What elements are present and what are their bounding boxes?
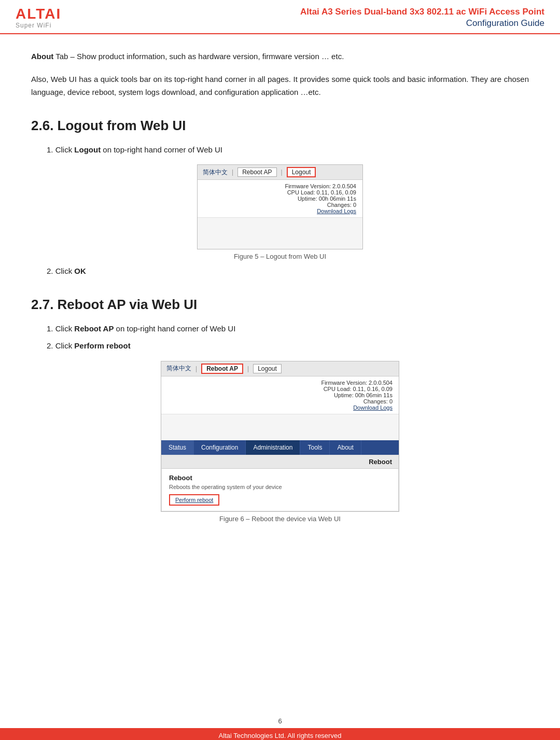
- lang-button[interactable]: 简体中文: [203, 168, 228, 177]
- separator: |: [232, 169, 233, 176]
- firmware-version: Firmware Version: 2.0.0.504: [204, 183, 356, 189]
- logout-empty-area: [198, 218, 362, 249]
- reboot-topbar: 简体中文 | Reboot AP | Logout: [161, 361, 399, 376]
- changes: Changes: 0: [204, 202, 356, 208]
- reboot-ap-button-highlighted[interactable]: Reboot AP: [201, 364, 243, 374]
- figure-6-caption: Figure 6 – Reboot the device via Web UI: [219, 515, 341, 523]
- tab-about[interactable]: About: [330, 440, 361, 455]
- tab-status[interactable]: Status: [161, 440, 194, 455]
- main-content: About Tab – Show product information, su…: [0, 34, 560, 558]
- reboot-ap-button[interactable]: Reboot AP: [237, 167, 276, 177]
- reboot-logout-button[interactable]: Logout: [253, 364, 282, 373]
- step2-bold: OK: [74, 267, 86, 275]
- reboot-info-panel: Firmware Version: 2.0.0.504 CPU Load: 0.…: [161, 376, 399, 414]
- about-label: About: [31, 52, 53, 61]
- tab-tools[interactable]: Tools: [300, 440, 330, 455]
- tab-configuration[interactable]: Configuration: [194, 440, 246, 455]
- s27-step1-bold: Reboot AP: [74, 324, 114, 333]
- logout-topbar: 简体中文 | Reboot AP | Logout: [198, 165, 362, 180]
- s27-step1-prefix: 1. Click: [47, 324, 74, 333]
- super-wifi-text: Super WiFi: [16, 22, 51, 29]
- section-27-step2: 2. Click Perform reboot: [47, 339, 529, 353]
- reboot-cpu-load: CPU Load: 0.11, 0.16, 0.09: [167, 386, 393, 392]
- figure-5-caption: Figure 5 – Logout from Web UI: [234, 253, 326, 260]
- reboot-screenshot: 简体中文 | Reboot AP | Logout Firmware Versi…: [161, 361, 399, 512]
- download-logs-link[interactable]: Download Logs: [317, 208, 356, 214]
- header-main-title: Altai A3 Series Dual-band 3x3 802.11 ac …: [99, 6, 544, 18]
- page-footer: 6 Altai Technologies Ltd. All rights res…: [0, 714, 560, 740]
- footer-bar: Altai Technologies Ltd. All rights reser…: [0, 728, 560, 740]
- figure-5-container: 简体中文 | Reboot AP | Logout Firmware Versi…: [31, 164, 529, 260]
- header-title-area: Altai A3 Series Dual-band 3x3 802.11 ac …: [99, 6, 544, 29]
- uptime: Uptime: 00h 06min 11s: [204, 196, 356, 202]
- reboot-uptime: Uptime: 00h 06min 11s: [167, 392, 393, 398]
- step2-prefix: 2. Click: [47, 267, 74, 275]
- section-27-step1: 1. Click Reboot AP on top-right hand cor…: [47, 322, 529, 336]
- section-26-step1: 1. Click Logout on top-right hand corner…: [47, 143, 529, 157]
- reboot-lang-button[interactable]: 简体中文: [166, 364, 191, 373]
- s27-step2-bold: Perform reboot: [74, 341, 130, 350]
- step1-bold: Logout: [74, 145, 101, 154]
- reboot-empty-top: [161, 414, 399, 440]
- logout-info-panel: Firmware Version: 2.0.0.504 CPU Load: 0.…: [198, 180, 362, 218]
- logo-altai-text: ALTAI: [16, 6, 61, 22]
- reboot-page-header: Reboot: [162, 455, 398, 469]
- logout-button[interactable]: Logout: [287, 167, 316, 177]
- step1-prefix: 1. Click: [47, 145, 74, 154]
- reboot-sep1: |: [195, 365, 197, 372]
- perform-reboot-button[interactable]: Perform reboot: [169, 494, 219, 506]
- reboot-page-content: Reboot Reboot Reboots the operating syst…: [161, 455, 399, 511]
- reboot-firmware-version: Firmware Version: 2.0.0.504: [167, 380, 393, 386]
- intro-paragraph-2: Also, Web UI has a quick tools bar on it…: [31, 73, 529, 99]
- reboot-sep2: |: [247, 365, 249, 372]
- section-26-step2: 2. Click OK: [47, 264, 529, 278]
- reboot-body-desc: Reboots the operating system of your dev…: [169, 484, 391, 490]
- section-27-heading: 2.7. Reboot AP via Web UI: [31, 297, 529, 313]
- separator2: |: [281, 169, 283, 176]
- altai-logo: ALTAI: [16, 7, 61, 21]
- header-sub-title: Configuration Guide: [99, 18, 544, 29]
- reboot-body-title: Reboot: [169, 474, 391, 482]
- reboot-changes: Changes: 0: [167, 398, 393, 404]
- reboot-page-body: Reboot Reboots the operating system of y…: [162, 469, 398, 511]
- page-header: ALTAI Super WiFi Altai A3 Series Dual-ba…: [0, 0, 560, 34]
- logo-area: ALTAI Super WiFi: [16, 7, 99, 29]
- figure-6-container: 简体中文 | Reboot AP | Logout Firmware Versi…: [31, 361, 529, 523]
- s27-step1-rest: on top-right hand corner of Web UI: [114, 324, 235, 333]
- about-text: Tab – Show product information, such as …: [53, 52, 344, 61]
- nav-tabs: Status Configuration Administration Tool…: [161, 440, 399, 455]
- page-number: 6: [0, 714, 560, 728]
- logout-screenshot: 简体中文 | Reboot AP | Logout Firmware Versi…: [197, 164, 363, 249]
- footer-copyright: Altai Technologies Ltd. All rights reser…: [219, 732, 342, 739]
- tab-administration[interactable]: Administration: [246, 440, 300, 455]
- reboot-download-logs-link[interactable]: Download Logs: [353, 404, 393, 411]
- step1-rest: on top-right hand corner of Web UI: [101, 145, 222, 154]
- cpu-load: CPU Load: 0.11, 0.16, 0.09: [204, 189, 356, 196]
- s27-step2-prefix: 2. Click: [47, 341, 74, 350]
- intro-paragraph-1: About Tab – Show product information, su…: [31, 50, 529, 63]
- section-26-heading: 2.6. Logout from Web UI: [31, 118, 529, 134]
